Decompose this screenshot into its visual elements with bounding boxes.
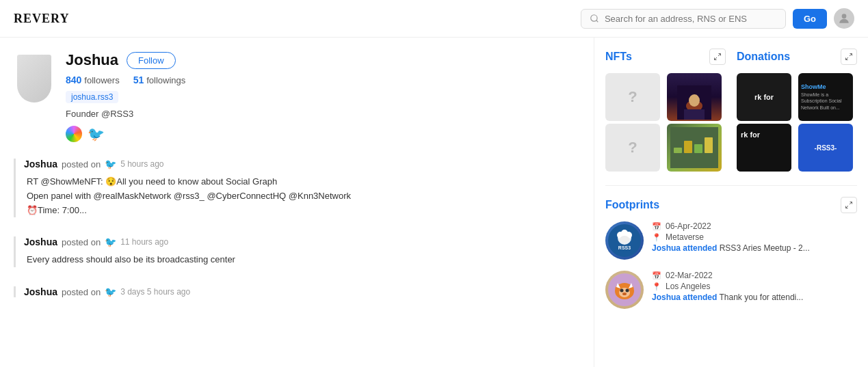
svg-rect-13 bbox=[705, 137, 713, 153]
fp-event-text: RSS3 Aries Meetup - 2... bbox=[720, 243, 810, 253]
followers-label: followers bbox=[84, 75, 119, 85]
footprints-section: Footprints bbox=[605, 197, 857, 309]
app-header: REVERY Go bbox=[0, 0, 868, 38]
header-right: Go bbox=[581, 8, 854, 29]
calendar-icon: 📅 bbox=[652, 222, 661, 231]
svg-rect-11 bbox=[684, 141, 692, 153]
footprints-expand-icon[interactable] bbox=[841, 197, 857, 213]
footprints-title: Footprints bbox=[605, 199, 659, 211]
svg-point-34 bbox=[620, 289, 624, 293]
right-panel: NFTs ? bbox=[594, 38, 868, 367]
main-layout: Joshua Follow 840 followers 51 following… bbox=[0, 38, 868, 367]
post-action: posted on bbox=[62, 237, 101, 247]
svg-line-14 bbox=[850, 54, 852, 57]
nfts-expand-icon[interactable] bbox=[709, 49, 726, 65]
post-time: 5 hours ago bbox=[120, 159, 163, 169]
post-author: Joshua bbox=[24, 286, 57, 297]
profile-bio: Founder @RSS3 bbox=[66, 109, 580, 119]
profile-section: Joshua Follow 840 followers 51 following… bbox=[14, 51, 580, 142]
left-panel: Joshua Follow 840 followers 51 following… bbox=[0, 38, 594, 367]
fp-attended-row: Joshua attended RSS3 Aries Meetup - 2... bbox=[652, 243, 857, 253]
rss-handle-tag[interactable]: joshua.rss3 bbox=[66, 91, 118, 103]
followings-count: 51 bbox=[133, 74, 144, 85]
post-author: Joshua bbox=[24, 236, 57, 247]
donation-grid: rk for ShowMe ShowMe is a Subscription S… bbox=[737, 73, 857, 172]
post-header: Joshua posted on 🐦 3 days 5 hours ago bbox=[24, 286, 580, 297]
fp-date-row: 📅 06-Apr-2022 bbox=[652, 221, 857, 231]
fp-date-row: 📅 02-Mar-2022 bbox=[652, 271, 857, 280]
footprint-details: 📅 02-Mar-2022 📍 Los Angeles Joshua atten… bbox=[652, 271, 857, 302]
fp-location-row: 📍 Los Angeles bbox=[652, 282, 857, 291]
svg-text:RSS3: RSS3 bbox=[618, 245, 631, 250]
app-logo: REVERY bbox=[14, 12, 69, 26]
nfts-section: NFTs ? bbox=[605, 49, 726, 172]
fp-location: Metaverse bbox=[666, 232, 704, 242]
search-input[interactable] bbox=[605, 14, 777, 24]
search-bar bbox=[581, 9, 786, 29]
section-divider bbox=[605, 185, 857, 186]
followers-stat[interactable]: 840 followers bbox=[66, 74, 120, 85]
calendar-icon: 📅 bbox=[652, 271, 661, 280]
svg-point-25 bbox=[620, 236, 629, 243]
follow-button[interactable]: Follow bbox=[127, 52, 176, 69]
go-button[interactable]: Go bbox=[793, 9, 827, 29]
twitter-platform-icon: 🐦 bbox=[105, 286, 116, 297]
svg-line-3 bbox=[718, 54, 721, 57]
donation-item[interactable]: -RSS3- bbox=[798, 124, 853, 172]
svg-rect-8 bbox=[684, 109, 705, 120]
post-author: Joshua bbox=[24, 159, 57, 169]
profile-avatar bbox=[14, 51, 55, 106]
post-item: Joshua posted on 🐦 5 hours ago RT @ShowM… bbox=[14, 159, 580, 217]
nft-donations-row: NFTs ? bbox=[605, 49, 857, 172]
fp-attended-label[interactable]: Joshua attended bbox=[652, 293, 717, 302]
svg-line-19 bbox=[846, 206, 849, 208]
fp-date: 06-Apr-2022 bbox=[666, 221, 711, 231]
globe-icon[interactable] bbox=[66, 126, 82, 142]
svg-point-36 bbox=[622, 293, 627, 295]
fp-attended-label[interactable]: Joshua attended bbox=[652, 243, 717, 253]
followings-label: followings bbox=[146, 75, 185, 85]
social-icons: 🐦 bbox=[66, 126, 580, 142]
post-time: 3 days 5 hours ago bbox=[120, 287, 190, 297]
post-item: Joshua posted on 🐦 11 hours ago Every ad… bbox=[14, 236, 580, 267]
search-icon bbox=[590, 14, 599, 23]
footprint-avatar-blue: RSS3 bbox=[605, 221, 644, 260]
twitter-icon[interactable]: 🐦 bbox=[88, 126, 105, 142]
fp-event-text: Thank you for attendi... bbox=[719, 293, 803, 302]
twitter-platform-icon: 🐦 bbox=[105, 159, 116, 169]
footprints-section-header: Footprints bbox=[605, 197, 857, 213]
post-action: posted on bbox=[62, 159, 101, 169]
post-content: Every address should also be its broadca… bbox=[24, 253, 580, 267]
avatar-shape bbox=[17, 55, 51, 103]
post-content: RT @ShowMeNFT: 😯All you need to know abo… bbox=[24, 175, 580, 217]
footprint-item: RSS3 📅 06-Apr-2022 📍 Metaverse Joshua at… bbox=[605, 221, 857, 260]
svg-text:rk for: rk for bbox=[741, 131, 761, 139]
user-avatar-header[interactable] bbox=[834, 8, 854, 29]
donations-expand-icon[interactable] bbox=[841, 49, 857, 65]
nfts-section-header: NFTs bbox=[605, 49, 726, 65]
svg-rect-10 bbox=[674, 148, 682, 153]
donation-item[interactable]: ShowMe ShowMe is a Subscription Social N… bbox=[798, 73, 853, 121]
nft-item[interactable]: ? bbox=[605, 124, 660, 172]
followers-count: 840 bbox=[66, 74, 81, 85]
nft-item[interactable] bbox=[667, 124, 722, 172]
donations-title: Donations bbox=[737, 51, 790, 63]
donations-section: Donations rk for ShowMe ShowMe is a Subs… bbox=[737, 49, 857, 172]
svg-line-15 bbox=[846, 57, 849, 60]
post-header: Joshua posted on 🐦 5 hours ago bbox=[24, 159, 580, 169]
svg-point-35 bbox=[626, 289, 629, 293]
profile-name-row: Joshua Follow bbox=[66, 51, 580, 69]
fp-date: 02-Mar-2022 bbox=[666, 271, 713, 280]
post-item: Joshua posted on 🐦 3 days 5 hours ago bbox=[14, 286, 580, 297]
fp-attended-row: Joshua attended Thank you for attendi... bbox=[652, 293, 857, 302]
donation-item[interactable]: rk for bbox=[737, 124, 791, 172]
followings-stat[interactable]: 51 followings bbox=[133, 74, 186, 85]
nft-item[interactable] bbox=[667, 73, 722, 121]
footprint-avatar-orange bbox=[605, 271, 644, 309]
footprint-avatar bbox=[605, 271, 644, 309]
nft-item[interactable]: ? bbox=[605, 73, 660, 121]
profile-info: Joshua Follow 840 followers 51 following… bbox=[66, 51, 580, 142]
post-action: posted on bbox=[62, 287, 101, 297]
donation-item[interactable]: rk for bbox=[737, 73, 791, 121]
svg-line-18 bbox=[850, 202, 852, 205]
